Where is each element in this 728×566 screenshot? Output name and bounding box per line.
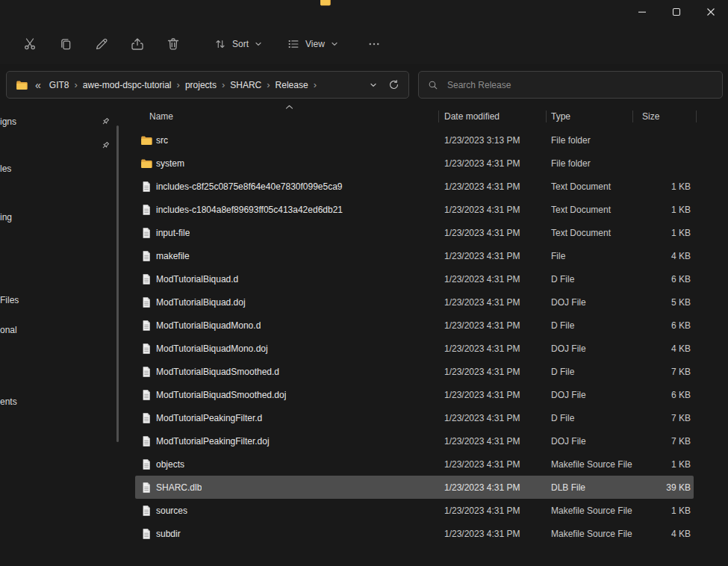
column-separator[interactable] <box>546 111 547 122</box>
see-more-button[interactable] <box>360 31 387 57</box>
maximize-button[interactable] <box>659 0 694 24</box>
sidebar-scrollbar[interactable] <box>116 125 119 442</box>
breadcrumb-item[interactable]: GIT8 <box>46 80 73 90</box>
refresh-icon <box>388 79 399 90</box>
file-type: DOJ File <box>546 297 632 308</box>
file-row[interactable]: objects1/23/2023 4:31 PMMakefile Source … <box>125 453 728 476</box>
sidebar-item[interactable]: Files <box>0 293 111 306</box>
chevron-down-icon <box>330 40 339 49</box>
file-row[interactable]: system1/23/2023 4:31 PMFile folder <box>125 152 728 175</box>
file-type: Makefile Source File <box>546 506 632 516</box>
view-button[interactable]: View <box>279 31 346 57</box>
file-name-cell: ModTutorialBiquadMono.d <box>125 320 438 332</box>
sort-icon <box>214 37 227 51</box>
file-icon <box>140 204 152 216</box>
copy-button[interactable] <box>52 31 79 57</box>
breadcrumb-overflow-chevrons[interactable]: « <box>31 79 46 91</box>
file-type: DLB File <box>546 482 632 493</box>
copy-icon <box>58 37 73 52</box>
file-size: 1 KB <box>632 181 696 192</box>
file-name: subdir <box>156 529 181 539</box>
rename-button[interactable] <box>88 31 115 57</box>
file-row[interactable]: includes-c8f25c0875e8f64e40e7830f099e5ca… <box>125 175 728 198</box>
file-type: Makefile Source File <box>546 529 632 539</box>
file-row[interactable]: makefile1/23/2023 4:31 PMFile4 KB <box>125 244 728 267</box>
rename-icon <box>94 37 109 52</box>
file-row[interactable]: includes-c1804a8ef89693ff05c413a42ed6db2… <box>125 198 728 221</box>
file-type: D File <box>546 367 632 377</box>
file-size: 6 KB <box>632 274 696 284</box>
breadcrumb-item[interactable]: Release <box>272 80 312 90</box>
file-type: File folder <box>546 135 632 146</box>
file-row[interactable]: ModTutorialBiquadMono.doj1/23/2023 4:31 … <box>125 337 728 360</box>
file-date-modified: 1/23/2023 4:31 PM <box>438 320 546 331</box>
file-row[interactable]: sources1/23/2023 4:31 PMMakefile Source … <box>125 499 728 522</box>
file-date-modified: 1/23/2023 4:31 PM <box>438 297 546 308</box>
file-row[interactable]: ModTutorialBiquad.d1/23/2023 4:31 PMD Fi… <box>125 267 728 290</box>
file-date-modified: 1/23/2023 4:31 PM <box>438 251 546 261</box>
column-separator[interactable] <box>632 111 633 122</box>
search-box[interactable] <box>418 71 723 99</box>
file-row[interactable]: ModTutorialPeakingFilter.d1/23/2023 4:31… <box>125 406 728 429</box>
breadcrumb-separator: › <box>175 79 181 90</box>
view-icon <box>287 37 300 51</box>
address-dropdown-button[interactable] <box>369 81 378 90</box>
sidebar-item[interactable]: les <box>0 162 111 175</box>
file-icon <box>140 482 152 494</box>
file-name: includes-c1804a8ef89693ff05c413a42ed6db2… <box>156 205 343 215</box>
refresh-button[interactable] <box>388 79 399 90</box>
explorer-tab-folder-icon <box>320 0 331 7</box>
cut-button[interactable] <box>16 31 43 57</box>
sidebar-item[interactable]: onal <box>0 323 111 336</box>
location-folder-icon[interactable] <box>16 79 28 91</box>
breadcrumb-item[interactable]: projects <box>181 80 220 90</box>
sidebar-item[interactable] <box>0 139 111 152</box>
column-header-date-modified[interactable]: Date modified <box>438 111 546 122</box>
file-icon <box>140 505 152 517</box>
file-icon <box>140 366 152 378</box>
file-row[interactable]: subdir1/23/2023 4:31 PMMakefile Source F… <box>125 522 728 545</box>
sidebar-item-label: onal <box>0 325 17 335</box>
command-toolbar: Sort View <box>0 24 728 64</box>
file-name: system <box>156 158 184 169</box>
sidebar-item[interactable]: ents <box>0 395 111 408</box>
search-input[interactable] <box>446 79 713 91</box>
file-date-modified: 1/23/2023 4:31 PM <box>438 228 546 238</box>
address-row: « GIT8›awe-mod-dspc-tutorial›projects›SH… <box>6 71 723 99</box>
column-headers: Name Date modified Type Size <box>125 105 728 128</box>
sidebar-item[interactable]: igns <box>0 115 111 128</box>
address-bar[interactable]: « GIT8›awe-mod-dspc-tutorial›projects›SH… <box>6 71 409 99</box>
file-row[interactable]: input-file1/23/2023 4:31 PMText Document… <box>125 221 728 244</box>
file-row[interactable]: SHARC.dlb1/23/2023 4:31 PMDLB File39 KB <box>125 476 728 499</box>
file-name: src <box>156 135 168 146</box>
file-name-cell: ModTutorialPeakingFilter.doj <box>125 435 438 447</box>
breadcrumb-item[interactable]: awe-mod-dspc-tutorial <box>79 80 175 90</box>
file-date-modified: 1/23/2023 4:31 PM <box>438 436 546 447</box>
breadcrumb-item[interactable]: SHARC <box>226 80 265 90</box>
share-button[interactable] <box>124 31 151 57</box>
file-name: ModTutorialBiquadMono.d <box>156 320 261 331</box>
file-row[interactable]: ModTutorialBiquadSmoothed.d1/23/2023 4:3… <box>125 360 728 383</box>
file-name: SHARC.dlb <box>156 482 202 493</box>
column-header-name[interactable]: Name <box>125 111 438 122</box>
minimize-button[interactable] <box>625 0 659 24</box>
file-row[interactable]: ModTutorialBiquadMono.d1/23/2023 4:31 PM… <box>125 314 728 337</box>
delete-button[interactable] <box>160 31 187 57</box>
file-date-modified: 1/23/2023 3:13 PM <box>438 135 546 146</box>
sort-button[interactable]: Sort <box>206 31 270 57</box>
column-header-size[interactable]: Size <box>632 111 696 122</box>
file-row[interactable]: ModTutorialBiquad.doj1/23/2023 4:31 PMDO… <box>125 290 728 314</box>
file-date-modified: 1/23/2023 4:31 PM <box>438 205 546 215</box>
file-row[interactable]: ModTutorialPeakingFilter.doj1/23/2023 4:… <box>125 429 728 453</box>
column-separator[interactable] <box>438 111 439 122</box>
file-row[interactable]: src1/23/2023 3:13 PMFile folder <box>125 128 728 152</box>
file-name-cell: ModTutorialBiquad.doj <box>125 296 438 308</box>
column-header-type[interactable]: Type <box>546 111 632 122</box>
file-date-modified: 1/23/2023 4:31 PM <box>438 181 546 192</box>
file-name: ModTutorialBiquadSmoothed.doj <box>156 390 286 400</box>
file-row[interactable]: ModTutorialBiquadSmoothed.doj1/23/2023 4… <box>125 383 728 406</box>
column-separator[interactable] <box>696 111 697 122</box>
close-button[interactable] <box>694 0 728 24</box>
sidebar-item[interactable]: ing <box>0 211 111 223</box>
file-icon <box>140 389 152 401</box>
